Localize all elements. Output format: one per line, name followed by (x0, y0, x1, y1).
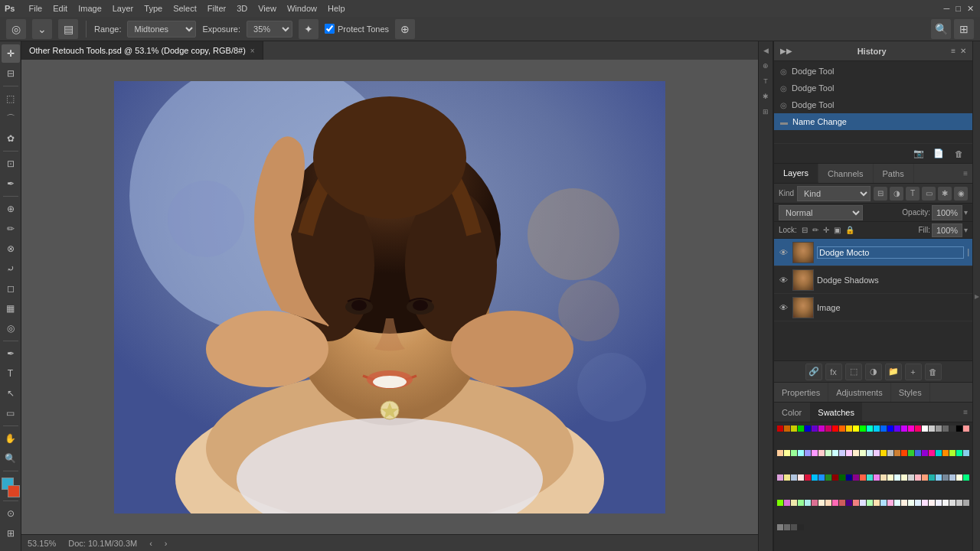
swatch-84[interactable] (777, 500, 783, 506)
fill-chevron[interactable]: ▾ (964, 226, 968, 234)
menu-type[interactable]: Type (144, 4, 162, 13)
swatch-106[interactable] (929, 500, 935, 506)
swatch-99[interactable] (880, 500, 887, 506)
lock-all-icon[interactable]: 🔒 (844, 225, 856, 235)
kind-select[interactable]: Kind (797, 186, 871, 201)
swatch-45[interactable] (894, 450, 900, 456)
tab-close-button[interactable]: × (250, 47, 255, 55)
swatch-1[interactable] (784, 425, 790, 432)
swatch-10[interactable] (846, 425, 852, 432)
swatch-47[interactable] (908, 450, 914, 456)
swatch-74[interactable] (901, 474, 907, 481)
menu-window[interactable]: Window (287, 4, 317, 13)
swatch-91[interactable] (825, 500, 831, 506)
layer-row-2[interactable]: 👁 Image (774, 294, 972, 321)
layer-row-0[interactable]: 👁 | (774, 239, 972, 266)
shape-tool[interactable]: ▭ (2, 404, 20, 422)
pen-tool[interactable]: ✒ (2, 344, 20, 363)
subtab-swatches[interactable]: Swatches (810, 403, 863, 422)
swatch-30[interactable] (791, 450, 797, 456)
layer-visibility-0[interactable]: 👁 (777, 246, 789, 259)
swatch-63[interactable] (825, 474, 831, 481)
layer-name-input-0[interactable] (817, 246, 964, 259)
swatch-61[interactable] (812, 474, 818, 481)
swatch-76[interactable] (915, 474, 921, 481)
swatch-12[interactable] (860, 425, 866, 432)
menu-image[interactable]: Image (78, 4, 102, 13)
layer-name-0[interactable] (817, 246, 964, 259)
opacity-chevron[interactable]: ▾ (964, 208, 968, 217)
menu-3d[interactable]: 3D (237, 4, 247, 13)
swatch-75[interactable] (908, 474, 914, 481)
status-nav-prev[interactable]: ‹ (149, 539, 152, 548)
tab-layers[interactable]: Layers (774, 164, 818, 183)
range-select[interactable]: Midtones Shadows Highlights (127, 21, 196, 37)
swatch-8[interactable] (832, 425, 838, 432)
panel-toggle-1[interactable]: ◀ (760, 44, 772, 57)
menu-help[interactable]: Help (328, 4, 345, 13)
status-nav-next[interactable]: › (165, 539, 168, 548)
eraser-tool[interactable]: ◻ (2, 279, 20, 298)
quick-mask-tool[interactable]: ⊙ (2, 504, 20, 523)
swatch-101[interactable] (894, 500, 900, 506)
swatch-28[interactable] (777, 450, 783, 456)
gradient-tool[interactable]: ▦ (2, 299, 20, 318)
history-item-0[interactable]: ◎ Dodge Tool (774, 63, 972, 80)
swatches-menu-btn[interactable]: ≡ (963, 408, 968, 416)
menu-view[interactable]: View (258, 4, 276, 13)
swatch-9[interactable] (839, 425, 845, 432)
swatch-39[interactable] (853, 450, 859, 456)
swatch-5[interactable] (812, 425, 818, 432)
swatch-98[interactable] (874, 500, 880, 506)
airbrush-icon[interactable]: ✦ (299, 19, 318, 39)
swatch-103[interactable] (908, 500, 914, 506)
swatch-109[interactable] (949, 500, 956, 506)
new-layer-btn[interactable]: + (905, 364, 922, 380)
swatch-60[interactable] (805, 474, 811, 481)
swatch-82[interactable] (956, 474, 962, 481)
swatch-93[interactable] (839, 500, 845, 506)
opacity-input[interactable] (932, 205, 962, 220)
swatch-41[interactable] (867, 450, 873, 456)
tool-strip-1[interactable]: ⊕ (760, 60, 772, 72)
swatch-87[interactable] (798, 500, 804, 506)
layer-visibility-2[interactable]: 👁 (777, 302, 789, 314)
swatch-35[interactable] (825, 450, 831, 456)
delete-layer-btn[interactable]: 🗑 (925, 364, 942, 380)
tab-paths[interactable]: Paths (874, 164, 914, 183)
history-item-1[interactable]: ◎ Dodge Tool (774, 80, 972, 96)
blend-mode-select[interactable]: Normal (779, 205, 863, 220)
path-tool[interactable]: ↖ (2, 384, 20, 403)
quick-select-tool[interactable]: ✿ (2, 129, 20, 148)
swatch-90[interactable] (818, 500, 825, 506)
brush-preset-icon[interactable]: ⌄ (32, 19, 52, 39)
layers-menu-btn[interactable]: ≡ (963, 169, 968, 178)
type-filter-icon[interactable]: T (906, 187, 920, 201)
document-tab[interactable]: Other Retouch Tools.psd @ 53.1% (Dodge c… (21, 41, 263, 60)
swatch-113[interactable] (784, 524, 790, 530)
pixel-filter-icon[interactable]: ⊟ (874, 187, 887, 201)
swatch-34[interactable] (818, 450, 825, 456)
swatch-40[interactable] (860, 450, 866, 456)
history-menu-btn[interactable]: ≡ (951, 47, 956, 55)
swatch-100[interactable] (887, 500, 893, 506)
swatch-92[interactable] (832, 500, 838, 506)
swatch-58[interactable] (791, 474, 797, 481)
search-icon[interactable]: 🔍 (931, 19, 951, 39)
swatch-65[interactable] (839, 474, 845, 481)
tab-styles[interactable]: Styles (891, 383, 930, 402)
dodge-tool-left[interactable]: ◎ (2, 319, 20, 337)
move-tool[interactable]: ✛ (2, 44, 20, 63)
photo-canvas[interactable] (114, 81, 665, 514)
lock-position-icon[interactable]: ✛ (822, 225, 831, 235)
background-color[interactable] (8, 485, 20, 497)
lock-artboard-icon[interactable]: ▣ (832, 225, 842, 235)
swatch-72[interactable] (887, 474, 893, 481)
menu-file[interactable]: File (28, 4, 42, 13)
layer-mask-btn[interactable]: ⬚ (845, 364, 862, 380)
swatch-44[interactable] (887, 450, 893, 456)
swatch-31[interactable] (798, 450, 804, 456)
swatch-48[interactable] (915, 450, 921, 456)
swatch-36[interactable] (832, 450, 838, 456)
type-tool[interactable]: T (2, 364, 20, 383)
